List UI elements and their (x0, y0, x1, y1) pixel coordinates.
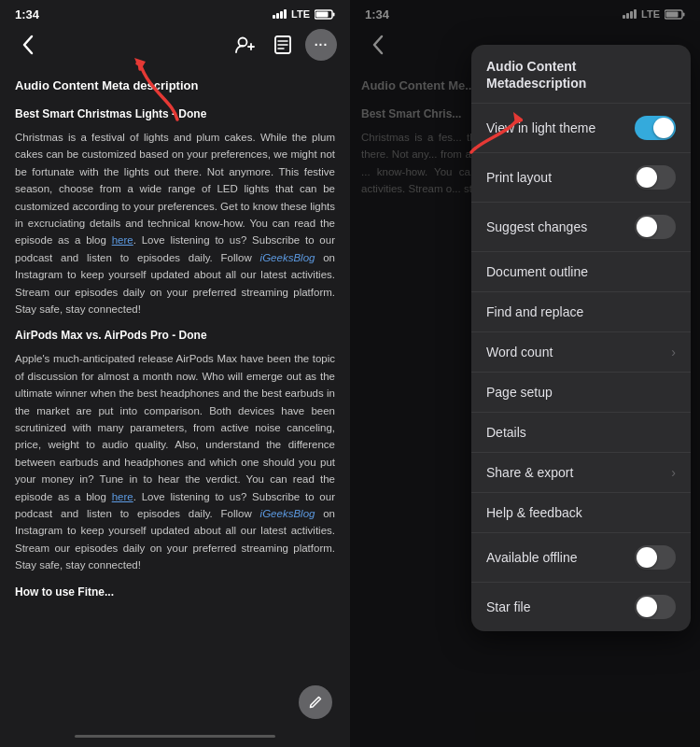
left-status-bar: 1:34 LTE (0, 0, 350, 26)
battery-icon (315, 9, 335, 20)
menu-item-word-count[interactable]: Word count › (471, 332, 691, 373)
suggest-changes-toggle[interactable] (635, 215, 676, 239)
signal-bar-1 (273, 15, 275, 19)
menu-item-right-print-layout (635, 165, 676, 190)
section3-title: How to use Fitne... (15, 584, 335, 601)
left-time: 1:34 (15, 7, 39, 21)
menu-header: Audio ContentMetadescription (471, 45, 691, 104)
more-button[interactable]: ··· (305, 29, 337, 61)
menu-item-label-print-layout: Print layout (486, 170, 552, 185)
word-count-chevron: › (671, 345, 676, 359)
toggle-knob (653, 118, 674, 138)
menu-item-right-suggest-changes (635, 215, 676, 239)
right-arrow-indicator (462, 107, 523, 162)
menu-item-label-share-export: Share & export (486, 465, 573, 480)
print-layout-toggle-knob (637, 167, 657, 188)
menu-item-available-offline[interactable]: Available offline (471, 533, 691, 583)
signal-bar-3 (280, 11, 283, 19)
suggest-changes-toggle-knob (637, 217, 657, 237)
menu-item-suggest-changes[interactable]: Suggest changes (471, 203, 691, 252)
section1-para1: Christmas is a festival of lights and pl… (15, 129, 335, 317)
arrow-indicator (131, 54, 182, 128)
available-offline-toggle[interactable] (635, 545, 676, 570)
menu-item-label-find-replace: Find and replace (486, 304, 583, 319)
back-button[interactable] (13, 30, 43, 60)
menu-item-right-view-light-theme (635, 116, 676, 140)
left-doc-content: Audio Content Meta description Best Smar… (0, 67, 350, 735)
menu-item-label-details: Details (486, 425, 526, 440)
section2-para1: Apple's much-anticipated release AirPods… (15, 350, 335, 573)
menu-item-label-document-outline: Document outline (486, 264, 588, 279)
menu-item-star-file[interactable]: Star file (471, 583, 691, 631)
menu-item-label-help-feedback: Help & feedback (486, 505, 582, 520)
left-status-right: LTE (273, 8, 335, 20)
menu-item-find-replace[interactable]: Find and replace (471, 292, 691, 332)
menu-item-right-available-offline (635, 545, 676, 570)
menu-item-label-page-setup: Page setup (486, 385, 553, 400)
menu-item-label-available-offline: Available offline (486, 550, 578, 565)
menu-item-help-feedback[interactable]: Help & feedback (471, 493, 691, 533)
menu-item-label-word-count: Word count (486, 345, 553, 359)
svg-rect-1 (333, 12, 335, 16)
menu-item-label-star-file: Star file (486, 599, 530, 614)
menu-item-right-word-count: › (671, 345, 676, 359)
menu-item-details[interactable]: Details (471, 413, 691, 453)
signal-bars (273, 9, 287, 19)
doc-icon[interactable] (268, 30, 298, 60)
section1-brand: iGeeksBlog (260, 252, 315, 263)
right-panel: 1:34 LTE Audio Content Me... Bes (350, 0, 700, 747)
bottom-line (75, 735, 275, 738)
available-offline-toggle-knob (637, 547, 657, 568)
edit-fab[interactable] (299, 685, 332, 719)
svg-rect-2 (316, 11, 329, 17)
left-network: LTE (291, 8, 310, 20)
section1-link1[interactable]: here (112, 234, 133, 246)
menu-item-right-share-export: › (671, 465, 676, 480)
more-dots: ··· (315, 37, 329, 52)
menu-item-page-setup[interactable]: Page setup (471, 373, 691, 413)
signal-bar-4 (284, 9, 287, 19)
star-file-toggle[interactable] (635, 595, 676, 619)
menu-item-document-outline[interactable]: Document outline (471, 252, 691, 292)
add-person-button[interactable] (231, 30, 260, 60)
menu-header-title: Audio ContentMetadescription (486, 58, 676, 92)
section2-title: AirPods Max vs. AirPods Pro - Done (15, 327, 335, 345)
print-layout-toggle[interactable] (635, 165, 676, 190)
share-export-chevron: › (671, 465, 676, 480)
menu-item-share-export[interactable]: Share & export › (471, 453, 691, 493)
menu-item-label-suggest-changes: Suggest changes (486, 219, 587, 234)
signal-bar-2 (276, 13, 279, 19)
star-file-toggle-knob (637, 597, 657, 617)
toolbar-right: ··· (231, 29, 337, 61)
menu-item-right-star-file (635, 595, 676, 619)
view-light-theme-toggle[interactable] (635, 116, 676, 140)
section2-link1[interactable]: here (112, 491, 133, 502)
section2-brand: iGeeksBlog (260, 508, 315, 519)
